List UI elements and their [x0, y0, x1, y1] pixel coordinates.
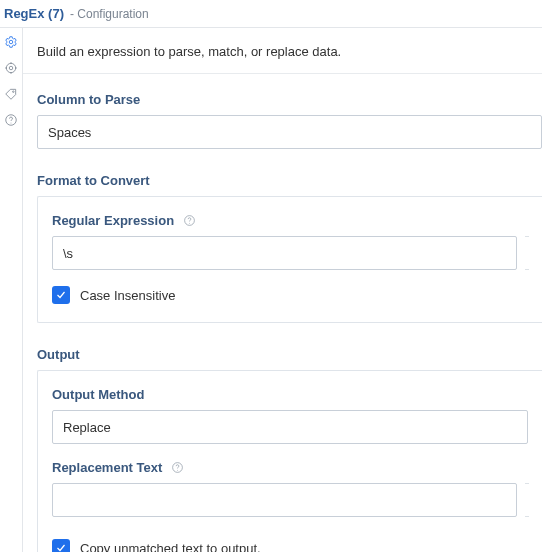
format-to-convert-label: Format to Convert — [37, 173, 542, 188]
column-to-parse-label: Column to Parse — [37, 92, 542, 107]
gear-icon[interactable] — [3, 34, 19, 50]
config-header: RegEx (7) - Configuration — [0, 0, 542, 28]
tag-icon[interactable] — [3, 86, 19, 102]
regex-input[interactable] — [52, 236, 517, 270]
target-icon[interactable] — [3, 60, 19, 76]
regex-label: Regular Expression — [52, 213, 174, 228]
output-method-label: Output Method — [52, 387, 144, 402]
divider — [23, 73, 542, 74]
svg-point-2 — [9, 66, 13, 70]
format-panel: Regular Expression Case Insensitive — [37, 196, 542, 323]
copy-unmatched-label: Copy unmatched text to output. — [80, 541, 261, 553]
help-icon[interactable] — [3, 112, 19, 128]
adjacent-button-edge[interactable] — [525, 236, 529, 270]
svg-point-7 — [189, 223, 190, 224]
column-to-parse-select[interactable] — [37, 115, 542, 149]
tool-title: RegEx (7) — [4, 6, 64, 21]
replacement-text-input[interactable] — [52, 483, 517, 517]
replacement-text-label: Replacement Text — [52, 460, 162, 475]
svg-point-9 — [177, 470, 178, 471]
output-panel: Output Method Replacement Text — [37, 370, 542, 552]
tool-subtitle: - Configuration — [70, 7, 149, 21]
help-icon[interactable] — [170, 461, 184, 475]
sidebar-rail — [0, 28, 22, 552]
svg-point-0 — [9, 40, 13, 44]
help-icon[interactable] — [182, 214, 196, 228]
output-label: Output — [37, 347, 542, 362]
config-main: Build an expression to parse, match, or … — [22, 28, 542, 552]
output-method-select[interactable] — [52, 410, 528, 444]
svg-point-3 — [13, 91, 15, 93]
case-insensitive-label: Case Insensitive — [80, 288, 175, 303]
svg-point-1 — [6, 63, 15, 72]
intro-text: Build an expression to parse, match, or … — [37, 44, 542, 59]
copy-unmatched-checkbox[interactable] — [52, 539, 70, 552]
adjacent-button-edge[interactable] — [525, 483, 529, 517]
case-insensitive-checkbox[interactable] — [52, 286, 70, 304]
svg-point-5 — [11, 122, 12, 123]
